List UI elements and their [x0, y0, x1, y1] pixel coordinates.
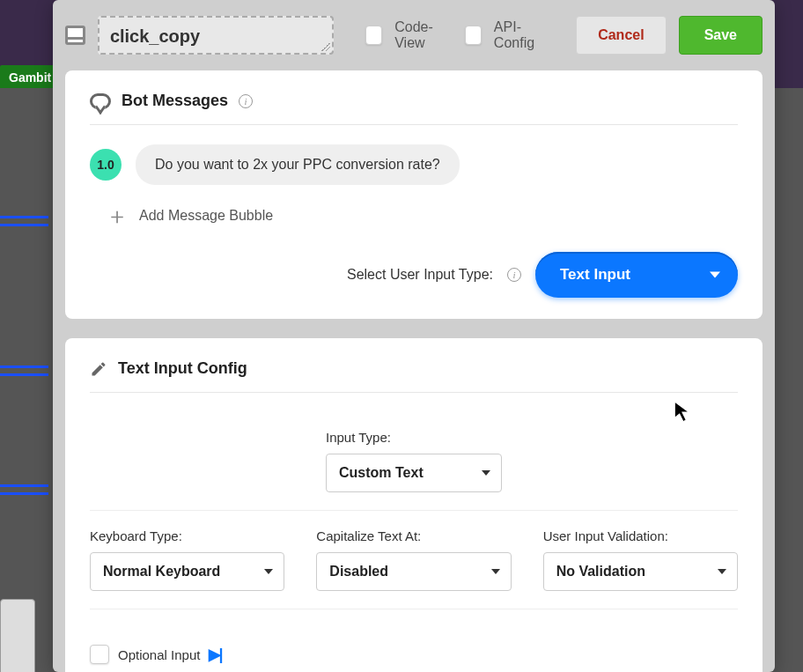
bot-messages-card: Bot Messages i 1.0 Do you want to 2x you… — [65, 70, 762, 319]
input-type-label: Input Type: — [326, 430, 391, 445]
keyboard-type-select[interactable]: Normal Keyboard — [90, 552, 284, 591]
skip-forward-icon: ▶| — [209, 645, 220, 664]
validation-value: No Validation — [556, 564, 645, 580]
code-view-label: Code-View — [394, 19, 453, 51]
save-button[interactable]: Save — [679, 16, 762, 55]
code-view-checkbox[interactable] — [365, 26, 382, 45]
user-input-type-label: Select User Input Type: — [347, 267, 493, 283]
background-panel-peek — [0, 599, 35, 672]
keyboard-type-value: Normal Keyboard — [103, 564, 220, 580]
info-icon[interactable]: i — [239, 94, 253, 108]
cancel-button[interactable]: Cancel — [576, 16, 666, 55]
plus-icon: ＋ — [106, 204, 129, 227]
gambit-editor-modal: click_copy Code-View API-Config Cancel S… — [53, 0, 775, 672]
text-input-config-card: Text Input Config Input Type: Custom Tex… — [65, 338, 762, 672]
background-tag: Gambit — [0, 65, 60, 90]
add-message-label: Add Message Bubble — [139, 208, 273, 224]
speech-bubble-icon — [90, 93, 111, 109]
chevron-down-icon — [264, 569, 273, 574]
input-type-select[interactable]: Custom Text — [326, 454, 502, 492]
step-badge: 1.0 — [90, 149, 122, 181]
info-icon[interactable]: i — [507, 268, 521, 282]
chevron-down-icon — [710, 272, 720, 278]
bot-messages-title: Bot Messages — [122, 92, 228, 110]
validation-select[interactable]: No Validation — [543, 552, 738, 591]
gambit-name-input[interactable]: click_copy — [98, 16, 334, 55]
chevron-down-icon — [491, 569, 500, 574]
optional-input-checkbox[interactable] — [90, 645, 109, 664]
capitalize-value: Disabled — [329, 564, 388, 580]
card-icon — [65, 26, 85, 45]
capitalize-select[interactable]: Disabled — [316, 552, 511, 591]
modal-header: click_copy Code-View API-Config Cancel S… — [65, 11, 762, 70]
message-bubble[interactable]: Do you want to 2x your PPC conversion ra… — [136, 144, 460, 185]
validation-label: User Input Validation: — [543, 528, 738, 543]
input-type-value: Custom Text — [339, 465, 424, 481]
api-config-label: API-Config — [494, 19, 551, 51]
chevron-down-icon — [718, 569, 726, 574]
chevron-down-icon — [482, 470, 490, 476]
message-row: 1.0 Do you want to 2x your PPC conversio… — [90, 144, 738, 185]
resize-handle-icon[interactable] — [321, 42, 330, 51]
keyboard-type-label: Keyboard Type: — [90, 528, 284, 543]
optional-input-label: Optional Input — [118, 647, 200, 662]
add-message-row[interactable]: ＋ Add Message Bubble — [106, 204, 738, 227]
user-input-type-select[interactable]: Text Input — [535, 252, 738, 298]
capitalize-label: Capitalize Text At: — [316, 528, 511, 543]
pencil-icon — [90, 360, 107, 378]
text-input-config-title: Text Input Config — [118, 359, 247, 378]
api-config-checkbox[interactable] — [465, 26, 482, 45]
user-input-type-value: Text Input — [560, 266, 630, 283]
